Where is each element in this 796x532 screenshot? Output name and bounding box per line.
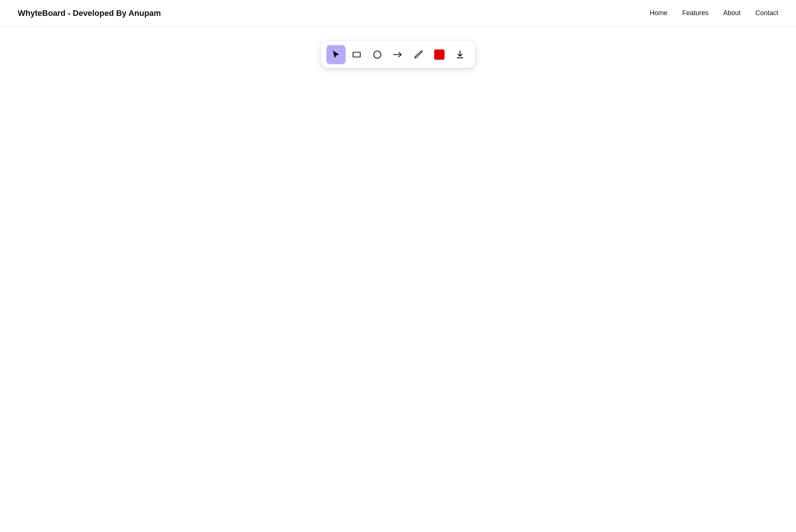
nav-item-home[interactable]: Home	[650, 9, 668, 17]
download-icon	[455, 50, 465, 59]
nav-link-contact[interactable]: Contact	[755, 9, 778, 17]
rectangle-tool-button[interactable]	[347, 45, 366, 64]
pencil-icon	[414, 50, 423, 59]
nav-item-contact[interactable]: Contact	[755, 9, 778, 17]
nav-link-features[interactable]: Features	[682, 9, 708, 17]
svg-rect-0	[353, 52, 360, 57]
canvas-area	[0, 27, 796, 532]
toolbar	[321, 41, 475, 68]
color-picker-button[interactable]	[430, 45, 449, 64]
nav-logo: WhyteBoard - Developed By Anupam	[18, 8, 161, 18]
cursor-icon	[331, 50, 341, 59]
navbar: WhyteBoard - Developed By Anupam Home Fe…	[0, 0, 796, 27]
arrow-icon	[392, 50, 404, 59]
svg-point-1	[374, 51, 381, 58]
nav-item-features[interactable]: Features	[682, 9, 708, 17]
circle-icon	[373, 50, 382, 59]
arrow-tool-button[interactable]	[388, 45, 408, 64]
download-button[interactable]	[450, 45, 470, 64]
circle-tool-button[interactable]	[368, 45, 387, 64]
rectangle-icon	[352, 50, 361, 59]
pencil-tool-button[interactable]	[409, 45, 428, 64]
select-tool-button[interactable]	[326, 45, 346, 64]
color-swatch	[434, 49, 445, 60]
nav-links: Home Features About Contact	[650, 9, 778, 17]
nav-link-home[interactable]: Home	[650, 9, 668, 17]
nav-link-about[interactable]: About	[723, 9, 741, 17]
nav-item-about[interactable]: About	[723, 9, 741, 17]
